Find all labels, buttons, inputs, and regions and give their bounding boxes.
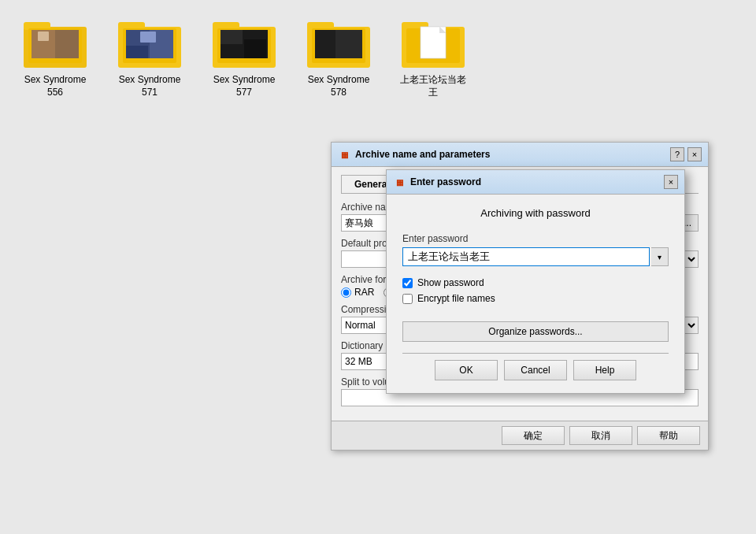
password-dialog: ▦ Enter password × Archiving with passwo… xyxy=(386,169,685,394)
archiving-subtitle: Archiving with password xyxy=(402,207,669,219)
archive-dialog-bottom: 确定 取消 帮助 xyxy=(332,421,708,450)
svg-rect-19 xyxy=(244,39,266,58)
folder-label-1: Sex Syndrome 556 xyxy=(24,74,87,98)
password-label: Enter password xyxy=(402,233,669,244)
svg-rect-18 xyxy=(220,30,243,44)
organize-passwords-button[interactable]: Organize passwords... xyxy=(402,321,669,342)
folder-sex-syndrome-578[interactable]: Sex Syndrome 578 xyxy=(299,16,378,98)
show-password-label: Show password xyxy=(417,277,484,288)
password-ok-button[interactable]: OK xyxy=(435,360,498,380)
password-help-button[interactable]: Help xyxy=(573,360,636,380)
folder-label-5: 上老王论坛当老 王 xyxy=(400,74,466,98)
archive-dialog-question[interactable]: ? xyxy=(670,147,684,161)
show-password-checkbox[interactable] xyxy=(402,278,413,288)
archive-dialog-controls: ? × xyxy=(670,147,702,161)
archive-dialog-title: ▦ Archive name and parameters xyxy=(338,148,490,161)
password-dialog-close[interactable]: × xyxy=(664,175,678,189)
password-dialog-buttons: OK Cancel Help xyxy=(402,353,669,380)
folder-icon-2 xyxy=(118,16,181,69)
encrypt-names-row[interactable]: Encrypt file names xyxy=(402,293,669,304)
radio-rar-input[interactable] xyxy=(341,287,351,298)
folder-icon-3 xyxy=(213,16,276,69)
encrypt-names-checkbox[interactable] xyxy=(402,294,413,304)
folder-icon-1 xyxy=(24,16,87,69)
archive-ok-button[interactable]: 确定 xyxy=(502,426,565,445)
svg-rect-13 xyxy=(126,46,148,58)
folder-label-4: Sex Syndrome 578 xyxy=(308,74,370,98)
show-password-row[interactable]: Show password xyxy=(402,277,669,288)
svg-rect-12 xyxy=(140,32,156,43)
svg-rect-24 xyxy=(335,30,362,58)
password-cancel-button[interactable]: Cancel xyxy=(504,360,567,380)
archive-help-button[interactable]: 帮助 xyxy=(637,426,700,445)
password-dialog-title: ▦ Enter password xyxy=(393,176,481,188)
folder-sex-syndrome-571[interactable]: Sex Syndrome 571 xyxy=(110,16,189,98)
folder-icon-5 xyxy=(402,16,465,69)
folder-sex-syndrome-577[interactable]: Sex Syndrome 577 xyxy=(205,16,284,98)
encrypt-names-label: Encrypt file names xyxy=(417,293,495,304)
radio-rar-label: RAR xyxy=(354,287,374,298)
password-dialog-titlebar: ▦ Enter password × xyxy=(387,170,684,195)
password-input[interactable] xyxy=(402,247,650,266)
radio-rar[interactable]: RAR xyxy=(341,287,374,298)
svg-rect-6 xyxy=(38,32,49,41)
folder-sex-syndrome-556[interactable]: Sex Syndrome 556 xyxy=(16,16,94,98)
folder-icon-4 xyxy=(307,16,370,69)
folder-label-3: Sex Syndrome 577 xyxy=(213,74,276,98)
password-input-row: ▾ xyxy=(402,247,669,266)
archive-dialog-titlebar: ▦ Archive name and parameters ? × xyxy=(332,143,708,167)
password-dialog-content: Archiving with password Enter password ▾… xyxy=(387,195,684,393)
archive-cancel-button[interactable]: 取消 xyxy=(569,426,632,445)
winrar-icon: ▦ xyxy=(338,148,350,161)
password-dropdown-button[interactable]: ▾ xyxy=(651,247,669,266)
password-winrar-icon: ▦ xyxy=(393,176,406,188)
archive-dialog-close[interactable]: × xyxy=(687,147,702,161)
password-dialog-controls: × xyxy=(664,175,678,189)
folder-label-2: Sex Syndrome 571 xyxy=(119,74,181,98)
folder-laowang[interactable]: 上老王论坛当老 王 xyxy=(394,16,472,98)
